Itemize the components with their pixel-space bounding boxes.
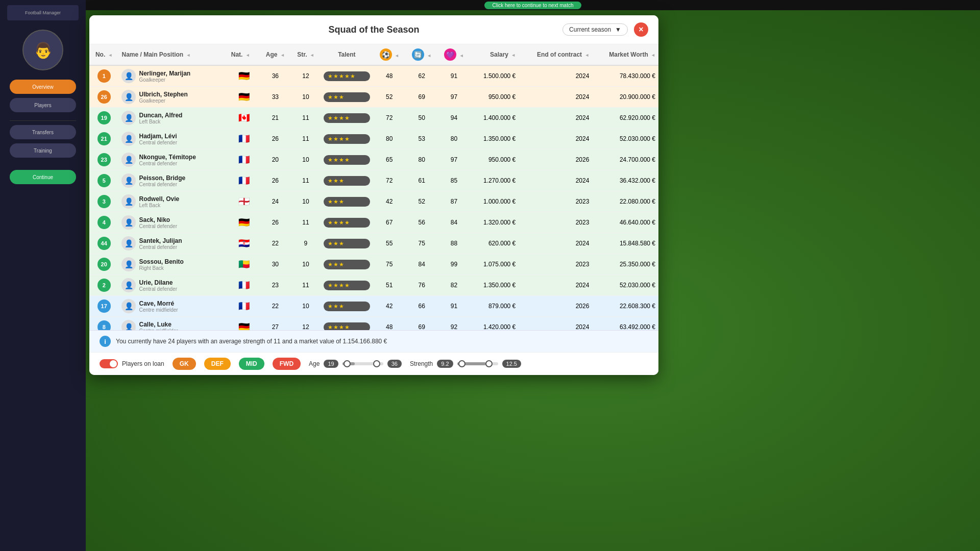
cell-v3: 87 — [438, 191, 470, 212]
col-header-talent: Talent — [321, 44, 373, 65]
cell-name-pos: 👤 Sack, Niko Central defender — [118, 212, 228, 233]
cell-salary: 1.350.000 € — [470, 129, 519, 149]
cell-salary: 1.500.000 € — [470, 65, 519, 87]
col-header-age[interactable]: Age ◄ — [259, 44, 291, 65]
col-header-contract[interactable]: End of contract ◄ — [519, 44, 592, 65]
col-header-nat[interactable]: Nat. ◄ — [228, 44, 260, 65]
cell-name-pos: 👤 Rodwell, Ovie Left Back — [118, 191, 228, 212]
cell-v3: 94 — [438, 108, 470, 129]
cell-age: 20 — [259, 149, 291, 170]
cell-v3: 97 — [438, 149, 470, 170]
sidebar-item-overview[interactable]: Overview — [10, 80, 76, 94]
sidebar: Football Manager 👨 Overview Players Tran… — [0, 0, 86, 551]
close-button[interactable]: × — [634, 22, 648, 37]
sidebar-item-continue[interactable]: Continue — [10, 170, 76, 184]
player-position: Right Back — [139, 265, 183, 271]
cell-number: 26 — [89, 87, 118, 108]
cell-number: 4 — [89, 212, 118, 233]
col-header-str[interactable]: Str. ◄ — [291, 44, 321, 65]
player-name: Ulbrich, Stephen — [139, 91, 187, 98]
player-avatar: 👤 — [121, 153, 136, 167]
table-row[interactable]: 5 👤 Peisson, Bridge Central defender 🇫🇷 … — [89, 170, 658, 191]
table-row[interactable]: 44 👤 Santek, Julijan Central defender 🇭🇷… — [89, 233, 658, 254]
modal-title: Squad of the Season — [328, 24, 419, 35]
cell-salary: 950.000 € — [470, 149, 519, 170]
loan-toggle[interactable] — [100, 359, 118, 368]
cell-talent: ★★★ — [321, 170, 373, 191]
player-avatar: 👤 — [121, 69, 136, 83]
table-row[interactable]: 4 👤 Sack, Niko Central defender 🇩🇪 26 11… — [89, 212, 658, 233]
cell-v3: 92 — [438, 317, 470, 331]
cell-age: 26 — [259, 129, 291, 149]
str-max-badge: 12.5 — [502, 360, 521, 368]
cell-contract: 2023 — [519, 191, 592, 212]
age-filter: Age 19 36 — [309, 360, 402, 368]
cell-salary: 950.000 € — [470, 87, 519, 108]
table-row[interactable]: 17 👤 Cave, Morré Centre midfielder 🇫🇷 22… — [89, 296, 658, 317]
table-row[interactable]: 2 👤 Urie, Dilane Central defender 🇫🇷 23 … — [89, 275, 658, 296]
player-position: Left Back — [139, 119, 182, 124]
cell-age: 26 — [259, 170, 291, 191]
col-header-icon2[interactable]: 🔄 ◄ — [405, 44, 437, 65]
cell-nationality: 🏴󠁧󠁢󠁥󠁮󠁧󠁿 — [228, 191, 260, 212]
cell-strength: 10 — [291, 87, 321, 108]
table-row[interactable]: 3 👤 Rodwell, Ovie Left Back 🏴󠁧󠁢󠁥󠁮󠁧󠁿 24 1… — [89, 191, 658, 212]
sidebar-item-players[interactable]: Players — [10, 98, 76, 112]
cell-nationality: 🇫🇷 — [228, 170, 260, 191]
sidebar-item-training[interactable]: Training — [10, 143, 76, 158]
cell-market: 25.350.000 € — [592, 254, 658, 275]
col-header-market[interactable]: Market Worth ◄ — [592, 44, 658, 65]
cell-salary: 1.075.000 € — [470, 254, 519, 275]
cell-talent: ★★★★★ — [321, 65, 373, 87]
cell-v3: 84 — [438, 212, 470, 233]
table-row[interactable]: 1 👤 Nerlinger, Marijan Goalkeeper 🇩🇪 36 … — [89, 65, 658, 87]
cell-v2: 80 — [405, 149, 437, 170]
cell-contract: 2024 — [519, 65, 592, 87]
season-dropdown[interactable]: Current season ▼ — [562, 23, 628, 36]
cell-market: 24.700.000 € — [592, 149, 658, 170]
sidebar-item-transfers[interactable]: Transfers — [10, 125, 76, 139]
cell-contract: 2024 — [519, 170, 592, 191]
col-header-name[interactable]: Name / Main Position ◄ — [118, 44, 228, 65]
cell-nationality: 🇨🇦 — [228, 108, 260, 129]
cell-number: 17 — [89, 296, 118, 317]
table-row[interactable]: 19 👤 Duncan, Alfred Left Back 🇨🇦 21 11 ★… — [89, 108, 658, 129]
table-row[interactable]: 23 👤 Nkongue, Témitope Central defender … — [89, 149, 658, 170]
col-header-salary[interactable]: Salary ◄ — [470, 44, 519, 65]
app-logo: Football Manager — [7, 5, 79, 20]
cell-strength: 10 — [291, 191, 321, 212]
cell-name-pos: 👤 Calle, Luke Centre midfielder — [118, 317, 228, 331]
gk-filter-button[interactable]: GK — [173, 358, 196, 370]
cell-contract: 2026 — [519, 296, 592, 317]
col-header-no[interactable]: No. ◄ — [89, 44, 118, 65]
mid-filter-button[interactable]: MID — [239, 358, 264, 370]
flag-icon: 🇨🇦 — [238, 113, 250, 123]
player-avatar: 👤 — [121, 278, 136, 292]
age-max-badge: 36 — [387, 360, 402, 368]
col-header-icon3[interactable]: 💜 ◄ — [438, 44, 470, 65]
continue-match-button[interactable]: Click here to continue to next match — [484, 2, 582, 9]
strength-label: Strength — [410, 360, 433, 367]
cell-market: 78.430.000 € — [592, 65, 658, 87]
col-header-icon1[interactable]: ⚽ ◄ — [373, 44, 405, 65]
table-row[interactable]: 21 👤 Hadjam, Lévi Central defender 🇫🇷 26… — [89, 129, 658, 149]
cell-name-pos: 👤 Sossou, Benito Right Back — [118, 254, 228, 275]
fwd-filter-button[interactable]: FWD — [273, 358, 301, 370]
table-row[interactable]: 8 👤 Calle, Luke Centre midfielder 🇩🇪 27 … — [89, 317, 658, 331]
cell-v2: 53 — [405, 129, 437, 149]
cell-v2: 75 — [405, 233, 437, 254]
cell-number: 23 — [89, 149, 118, 170]
age-slider[interactable] — [342, 362, 383, 365]
table-row[interactable]: 20 👤 Sossou, Benito Right Back 🇧🇯 30 10 … — [89, 254, 658, 275]
def-filter-button[interactable]: DEF — [204, 358, 231, 370]
table-row[interactable]: 26 👤 Ulbrich, Stephen Goalkeeper 🇩🇪 33 1… — [89, 87, 658, 108]
cell-number: 2 — [89, 275, 118, 296]
cell-v2: 76 — [405, 275, 437, 296]
flag-icon: 🇫🇷 — [238, 280, 250, 290]
cell-age: 22 — [259, 233, 291, 254]
cell-market: 22.080.000 € — [592, 191, 658, 212]
cell-contract: 2024 — [519, 108, 592, 129]
cell-talent: ★★★ — [321, 191, 373, 212]
cell-salary: 1.420.000 € — [470, 317, 519, 331]
strength-slider[interactable] — [457, 362, 498, 365]
